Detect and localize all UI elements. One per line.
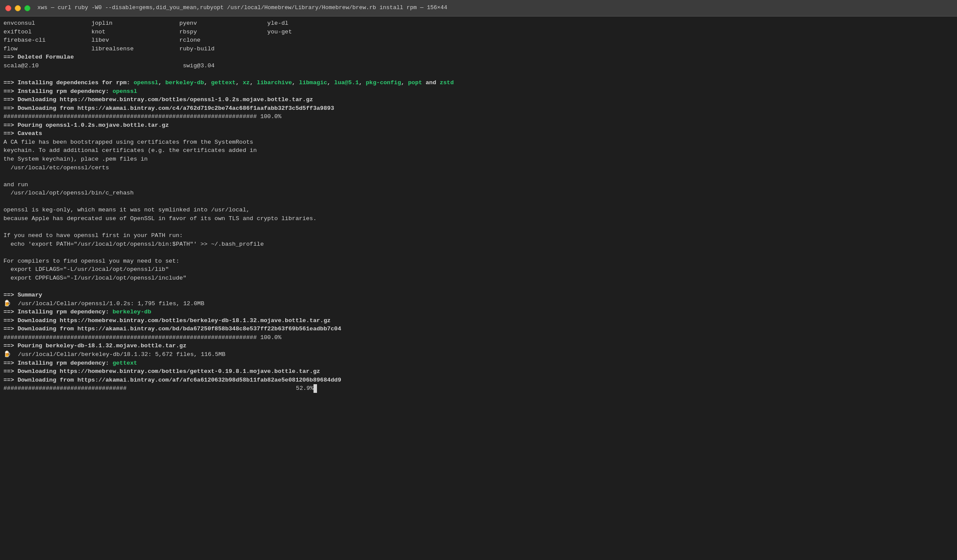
line-scala: scala@2.10 swig@3.04 — [3, 62, 954, 70]
line-cppflags: export CPPFLAGS="-I/usr/local/opt/openss… — [3, 274, 954, 283]
line-firebase: firebase-cli libev rclone — [3, 36, 954, 45]
line-deleted-formulae: ==> Deleted Formulae — [3, 53, 954, 62]
line-openssl-cellar: 🍺 /usr/local/Cellar/openssl/1.0.2s: 1,79… — [3, 300, 954, 308]
line-hash-berkleydb: ########################################… — [3, 333, 954, 342]
line-ca-file: A CA file has been bootstrapped using ce… — [3, 138, 954, 147]
line-downloading-berkleydb: ==> Downloading https://homebrew.bintray… — [3, 316, 954, 325]
line-blank4 — [3, 223, 954, 232]
line-blank5 — [3, 248, 954, 257]
line-summary: ==> Summary — [3, 291, 954, 300]
deleted-formulae-label: Deleted Formulae — [17, 54, 74, 60]
line-exiftool: exiftool knot rbspy you-get — [3, 28, 954, 36]
line-keg-only: openssl is keg-only, which means it was … — [3, 206, 954, 214]
titlebar-text: xws — curl ruby -W0 --disable=gems,did_y… — [37, 4, 447, 12]
line-blank3 — [3, 198, 954, 206]
terminal: envconsul joplin pyenv yle-dl exiftool k… — [0, 16, 957, 395]
close-button[interactable] — [5, 5, 11, 11]
line-compilers: For compilers to find openssl you may ne… — [3, 257, 954, 266]
line-downloading-openssl-akamai: ==> Downloading from https://akamai.bint… — [3, 104, 954, 113]
minimize-button[interactable] — [15, 5, 21, 11]
line-downloading-berkleydb-akamai: ==> Downloading from https://akamai.bint… — [3, 325, 954, 333]
line-installing-deps: ==> Installing dependencies for rpm: ope… — [3, 79, 954, 87]
line-downloading-openssl: ==> Downloading https://homebrew.bintray… — [3, 96, 954, 104]
line-path-run: If you need to have openssl first in you… — [3, 231, 954, 240]
line-apple-deprecated: because Apple has deprecated use of Open… — [3, 214, 954, 223]
line-and-run: and run — [3, 181, 954, 189]
line-flow: flow librealsense ruby-build — [3, 45, 954, 53]
titlebar: xws — curl ruby -W0 --disable=gems,did_y… — [0, 0, 957, 16]
line-installing-openssl: ==> Installing rpm dependency: openssl — [3, 87, 954, 96]
line-berkleydb-cellar: 🍺 /usr/local/Cellar/berkeley-db/18.1.32:… — [3, 350, 954, 359]
line-blank2 — [3, 172, 954, 181]
terminal-cursor — [314, 384, 317, 393]
line-downloading-gettext: ==> Downloading https://homebrew.bintray… — [3, 367, 954, 376]
line-hash-gettext-partial: ###################################52.9% — [3, 384, 954, 393]
maximize-button[interactable] — [24, 5, 30, 11]
line-openssl-certs: /usr/local/etc/openssl/certs — [3, 164, 954, 172]
line-downloading-gettext-akamai: ==> Downloading from https://akamai.bint… — [3, 376, 954, 385]
line-system-keychain: the System keychain), place .pem files i… — [3, 155, 954, 164]
line-installing-berkleydb: ==> Installing rpm dependency: berkeley-… — [3, 308, 954, 316]
line-caveats: ==> Caveats — [3, 129, 954, 138]
line-blank1 — [3, 70, 954, 79]
line-pouring-berkleydb: ==> Pouring berkeley-db-18.1.32.mojave.b… — [3, 342, 954, 350]
line-installing-gettext: ==> Installing rpm dependency: gettext — [3, 359, 954, 368]
line-hash-openssl: ########################################… — [3, 112, 954, 121]
line-c-rehash: /usr/local/opt/openssl/bin/c_rehash — [3, 189, 954, 198]
line-ldflags: export LDFLAGS="-L/usr/local/opt/openssl… — [3, 265, 954, 274]
line-envconsul: envconsul joplin pyenv yle-dl — [3, 19, 954, 28]
line-echo-path: echo 'export PATH="/usr/local/opt/openss… — [3, 240, 954, 249]
line-keychain: keychain. To add additional certificates… — [3, 146, 954, 155]
line-blank6 — [3, 282, 954, 291]
line-pouring-openssl: ==> Pouring openssl-1.0.2s.mojave.bottle… — [3, 121, 954, 130]
